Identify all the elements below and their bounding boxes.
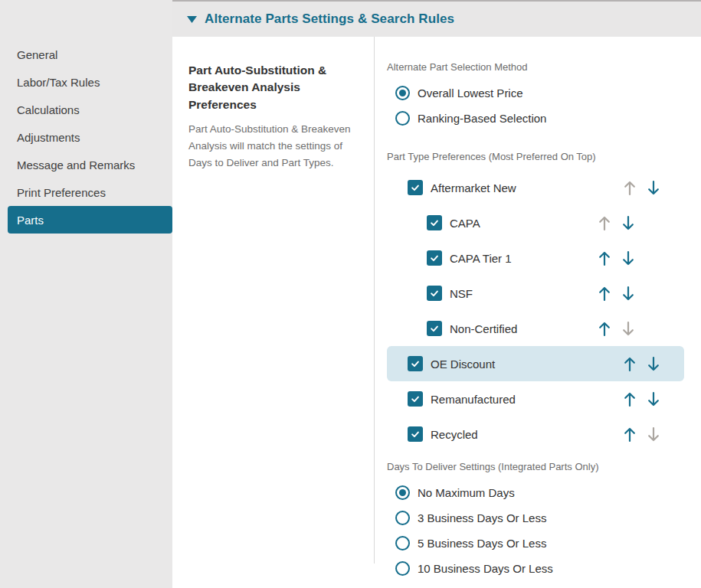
part-type-row-nsf: NSF	[387, 276, 684, 311]
reorder-arrows	[624, 346, 660, 381]
selection-method-option-overall-lowest-price[interactable]: Overall Lowest Price	[387, 80, 701, 106]
radio-unselected-icon[interactable]	[395, 561, 410, 576]
reorder-arrows	[624, 416, 660, 452]
sidebar-items: GeneralLabor/Tax RulesCalculationsAdjust…	[0, 41, 172, 234]
part-type-label: CAPA Tier 1	[450, 252, 512, 265]
move-up-arrow-icon[interactable]	[598, 286, 611, 302]
move-down-arrow-icon[interactable]	[622, 286, 634, 302]
part-type-row-oe-discount: OE Discount	[387, 346, 684, 381]
sidebar-item-message-and-remarks[interactable]: Message and Remarks	[0, 151, 172, 178]
part-type-label: OE Discount	[431, 358, 495, 371]
move-down-arrow-icon	[647, 426, 660, 443]
reorder-arrows	[598, 205, 634, 240]
sidebar-item-adjustments[interactable]: Adjustments	[0, 123, 172, 151]
checkbox-checked-icon[interactable]	[408, 426, 423, 442]
move-down-arrow-icon[interactable]	[647, 391, 660, 407]
part-type-label: NSF	[450, 287, 473, 300]
days-to-deliver-option-3-business-days-or-less[interactable]: 3 Business Days Or Less	[387, 505, 701, 531]
move-down-arrow-icon[interactable]	[647, 356, 660, 372]
move-down-arrow-icon[interactable]	[622, 250, 634, 266]
settings-sidebar: GeneralLabor/Tax RulesCalculationsAdjust…	[0, 0, 172, 588]
days-to-deliver-option-5-business-days-or-less[interactable]: 5 Business Days Or Less	[387, 531, 701, 556]
part-type-row-remanufactured: Remanufactured	[387, 381, 684, 416]
radio-unselected-icon[interactable]	[395, 111, 410, 126]
checkbox-checked-icon[interactable]	[427, 215, 442, 230]
sidebar-item-calculations[interactable]: Calculations	[0, 96, 172, 123]
part-type-preferences-list: Aftermarket NewCAPACAPA Tier 1NSFNon-Cer…	[387, 170, 701, 452]
move-down-arrow-icon	[622, 321, 634, 337]
move-up-arrow-icon[interactable]	[598, 250, 611, 266]
checkbox-checked-icon[interactable]	[408, 180, 423, 195]
section-header-toggle[interactable]: Alternate Parts Settings & Search Rules	[172, 0, 701, 37]
sidebar-item-print-preferences[interactable]: Print Preferences	[0, 178, 172, 206]
radio-label: 10 Business Days Or Less	[418, 562, 553, 575]
checkbox-checked-icon[interactable]	[427, 250, 442, 266]
part-type-label: CAPA	[450, 217, 480, 230]
settings-page: GeneralLabor/Tax RulesCalculationsAdjust…	[0, 0, 701, 588]
move-up-arrow-icon[interactable]	[624, 391, 636, 407]
move-up-arrow-icon[interactable]	[624, 356, 636, 372]
radio-selected-icon[interactable]	[395, 86, 410, 100]
radio-unselected-icon[interactable]	[395, 536, 410, 550]
move-up-arrow-icon	[624, 180, 636, 196]
move-up-arrow-icon	[598, 215, 611, 231]
radio-selected-icon[interactable]	[395, 485, 410, 500]
checkbox-checked-icon[interactable]	[408, 356, 423, 371]
preferences-heading: Part Auto-Substitution & Breakeven Analy…	[188, 62, 366, 113]
radio-label: Ranking-Based Selection	[418, 112, 546, 125]
main-panel: Alternate Parts Settings & Search Rules …	[172, 0, 701, 588]
part-type-row-recycled: Recycled	[387, 416, 684, 452]
selection-method-label: Alternate Part Selection Method	[387, 61, 701, 73]
part-type-label: Aftermarket New	[431, 181, 516, 194]
move-up-arrow-icon[interactable]	[598, 321, 611, 337]
part-type-row-capa-tier-1: CAPA Tier 1	[387, 240, 684, 276]
days-to-deliver-option-no-maximum-days[interactable]: No Maximum Days	[387, 480, 701, 505]
sidebar-item-general[interactable]: General	[0, 41, 172, 68]
preferences-description-column: Part Auto-Substitution & Breakeven Analy…	[188, 37, 375, 564]
section-content: Part Auto-Substitution & Breakeven Analy…	[172, 37, 701, 576]
preferences-settings-column: Alternate Part Selection Method Overall …	[375, 37, 701, 564]
sidebar-item-parts[interactable]: Parts	[8, 206, 172, 234]
checkbox-checked-icon[interactable]	[427, 321, 442, 336]
part-type-label: Recycled	[431, 428, 478, 441]
move-up-arrow-icon[interactable]	[624, 426, 636, 443]
move-down-arrow-icon[interactable]	[647, 180, 660, 196]
days-to-deliver-radio-group: No Maximum Days3 Business Days Or Less5 …	[387, 480, 701, 581]
checkbox-checked-icon[interactable]	[408, 391, 423, 407]
reorder-arrows	[598, 240, 634, 276]
reorder-arrows	[598, 276, 634, 311]
checkbox-checked-icon[interactable]	[427, 286, 442, 301]
selection-method-radio-group: Overall Lowest PriceRanking-Based Select…	[387, 80, 701, 131]
sidebar-item-labor-tax-rules[interactable]: Labor/Tax Rules	[0, 68, 172, 96]
radio-label: 5 Business Days Or Less	[418, 537, 546, 550]
part-type-row-non-certified: Non-Certified	[387, 311, 684, 346]
part-type-preferences-label: Part Type Preferences (Most Preferred On…	[387, 151, 701, 162]
part-type-label: Remanufactured	[431, 393, 516, 406]
days-to-deliver-option-10-business-days-or-less[interactable]: 10 Business Days Or Less	[387, 556, 701, 581]
part-type-row-capa: CAPA	[387, 205, 684, 240]
move-down-arrow-icon[interactable]	[622, 215, 634, 231]
section-title: Alternate Parts Settings & Search Rules	[205, 11, 454, 27]
reorder-arrows	[624, 381, 660, 416]
days-to-deliver-label: Days To Deliver Settings (Integrated Par…	[387, 461, 701, 472]
radio-label: 3 Business Days Or Less	[418, 511, 546, 524]
preferences-description: Part Auto-Substitution & Breakeven Analy…	[188, 121, 366, 171]
part-type-row-aftermarket-new: Aftermarket New	[387, 170, 684, 205]
chevron-down-icon	[187, 16, 197, 23]
radio-label: Overall Lowest Price	[418, 87, 523, 100]
selection-method-option-ranking-based-selection[interactable]: Ranking-Based Selection	[387, 106, 701, 131]
reorder-arrows	[624, 170, 660, 205]
part-type-label: Non-Certified	[450, 322, 517, 335]
reorder-arrows	[598, 311, 634, 346]
radio-label: No Maximum Days	[418, 486, 515, 499]
radio-unselected-icon[interactable]	[395, 511, 410, 525]
